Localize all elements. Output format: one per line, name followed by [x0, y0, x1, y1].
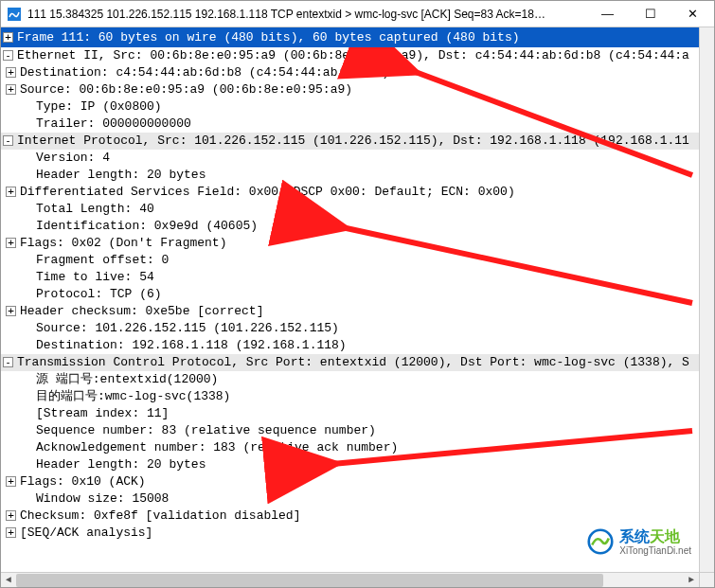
tcp-stream-row[interactable]: [Stream index: 11] — [1, 405, 714, 422]
tcp-seq-row[interactable]: Sequence number: 83 (relative sequence n… — [1, 422, 714, 439]
scroll-track[interactable] — [16, 573, 684, 588]
ip-ttl-row[interactable]: Time to live: 54 — [1, 269, 714, 286]
ip-hlen-row[interactable]: Header length: 20 bytes — [1, 167, 714, 184]
close-button[interactable]: ✕ — [671, 1, 714, 27]
collapse-icon[interactable]: - — [3, 357, 13, 367]
ip-frag-row[interactable]: Fragment offset: 0 — [1, 252, 714, 269]
eth-destination-row[interactable]: +Destination: c4:54:44:ab:6d:b8 (c4:54:4… — [1, 64, 714, 81]
ip-src-row[interactable]: Source: 101.226.152.115 (101.226.152.115… — [1, 320, 714, 337]
expand-icon[interactable]: + — [3, 32, 13, 43]
tcp-flags-row[interactable]: +Flags: 0x10 (ACK) — [1, 473, 714, 490]
ip-cksum-row[interactable]: +Header checksum: 0xe5be [correct] — [1, 303, 714, 320]
eth-trailer-row[interactable]: Trailer: 000000000000 — [1, 116, 714, 133]
expand-icon[interactable]: + — [6, 510, 16, 521]
ip-flags-row[interactable]: +Flags: 0x02 (Don't Fragment) — [1, 235, 714, 252]
ip-tlen-row[interactable]: Total Length: 40 — [1, 201, 714, 218]
minimize-button[interactable]: — — [586, 1, 629, 27]
tcp-win-row[interactable]: Window size: 15008 — [1, 490, 714, 508]
tcp-hlen-row[interactable]: Header length: 20 bytes — [1, 456, 714, 473]
ip-proto-row[interactable]: Protocol: TCP (6) — [1, 286, 714, 303]
ip-dst-row[interactable]: Destination: 192.168.1.118 (192.168.1.11… — [1, 337, 714, 354]
collapse-icon[interactable]: - — [3, 135, 13, 146]
expand-icon[interactable]: + — [6, 238, 16, 248]
horizontal-scrollbar[interactable]: ◄ ► — [1, 572, 699, 587]
ip-version-row[interactable]: Version: 4 — [1, 150, 714, 167]
tcp-dstport-row[interactable]: 目的端口号:wmc-log-svc(1338) — [1, 388, 714, 405]
watermark: 系统天地 XiTongTianDi.net — [587, 527, 691, 556]
tcp-cksum-row[interactable]: +Checksum: 0xfe8f [validation disabled] — [1, 508, 714, 525]
scroll-right-icon[interactable]: ► — [684, 573, 699, 588]
ip-dsf-row[interactable]: +Differentiated Services Field: 0x00 (DS… — [1, 184, 714, 201]
ip-id-row[interactable]: Identification: 0x9e9d (40605) — [1, 218, 714, 235]
ethernet-header-row[interactable]: -Ethernet II, Src: 00:6b:8e:e0:95:a9 (00… — [1, 47, 714, 64]
watermark-logo-icon — [587, 528, 614, 555]
window-titlebar: 111 15.384325 101.226.152.115 192.168.1.… — [1, 1, 714, 27]
expand-icon[interactable]: + — [6, 84, 16, 95]
expand-icon[interactable]: + — [6, 187, 16, 197]
scroll-left-icon[interactable]: ◄ — [1, 573, 16, 588]
scrollbar-corner — [699, 572, 714, 587]
ip-header-row[interactable]: -Internet Protocol, Src: 101.226.152.115… — [1, 133, 714, 150]
expand-icon[interactable]: + — [6, 476, 16, 487]
vertical-scrollbar[interactable] — [699, 27, 714, 572]
window-title: 111 15.384325 101.226.152.115 192.168.1.… — [27, 8, 586, 21]
collapse-icon[interactable]: - — [3, 50, 13, 61]
scroll-thumb[interactable] — [16, 574, 603, 587]
watermark-brand: 系统天地 — [619, 527, 691, 547]
tcp-ack-row[interactable]: Acknowledgement number: 183 (relative ac… — [1, 439, 714, 456]
svg-point-4 — [589, 530, 613, 554]
expand-icon[interactable]: + — [6, 306, 16, 316]
app-icon — [7, 7, 22, 22]
eth-source-row[interactable]: +Source: 00:6b:8e:e0:95:a9 (00:6b:8e:e0:… — [1, 81, 714, 98]
eth-type-row[interactable]: Type: IP (0x0800) — [1, 98, 714, 116]
expand-icon[interactable]: + — [6, 67, 16, 78]
maximize-button[interactable]: ☐ — [629, 1, 671, 27]
window-controls: — ☐ ✕ — [586, 1, 714, 27]
frame-summary-text: Frame 111: 60 bytes on wire (480 bits), … — [17, 30, 520, 45]
expand-icon[interactable]: + — [6, 527, 16, 538]
packet-details-pane: -Ethernet II, Src: 00:6b:8e:e0:95:a9 (00… — [1, 47, 714, 575]
tcp-header-row[interactable]: -Transmission Control Protocol, Src Port… — [1, 354, 714, 371]
watermark-url: XiTongTianDi.net — [619, 545, 691, 556]
frame-summary-row[interactable]: +Frame 111: 60 bytes on wire (480 bits),… — [1, 27, 714, 47]
tcp-srcport-row[interactable]: 源 端口号:entextxid(12000) — [1, 371, 714, 388]
